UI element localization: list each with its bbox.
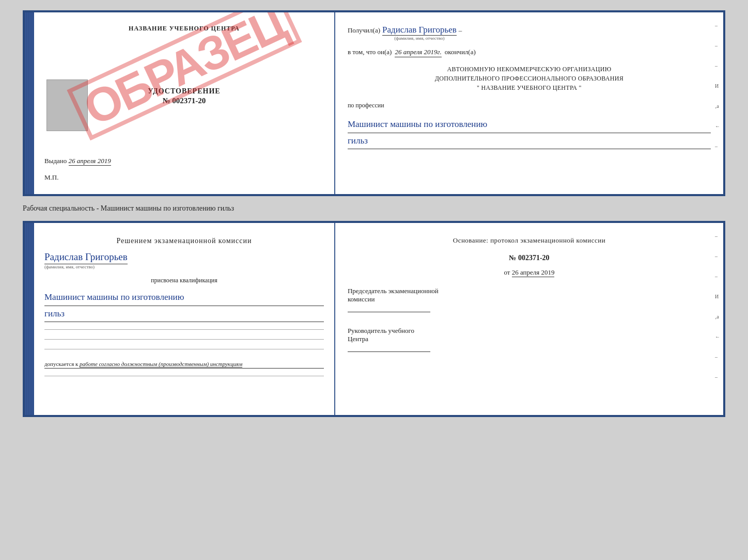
resheniyem-title: Решением экзаменационной комиссии bbox=[44, 235, 324, 246]
dopuskaetsya-text: работе согласно должностным (производств… bbox=[80, 361, 242, 367]
predsedatel-line2: комиссии bbox=[348, 295, 711, 303]
vtom-date: 26 апреля 2019г. bbox=[395, 48, 441, 57]
specialty-label: Рабочая специальность - Машинист машины … bbox=[23, 201, 725, 216]
ot-date-line: от 26 апреля 2019 bbox=[348, 268, 711, 277]
ot-prefix: от bbox=[504, 268, 510, 276]
poluchil-prefix: Получил(а) bbox=[348, 26, 380, 35]
vtom-line: в том, что он(а) 26 апреля 2019г. окончи… bbox=[348, 48, 711, 57]
hline3 bbox=[44, 349, 324, 349]
mp-label: М.П. bbox=[44, 173, 324, 182]
center-line3: " НАЗВАНИЕ УЧЕБНОГО ЦЕНТРА " bbox=[348, 83, 711, 92]
profession-line1: Машинист машины по изготовлению bbox=[348, 117, 711, 133]
hline1 bbox=[44, 329, 324, 330]
qual-right-side-marks: – – – И ‚а ← – – bbox=[715, 233, 720, 380]
rukovoditel-block: Руководитель учебного Центра bbox=[348, 327, 711, 354]
cert-right-panel: Получил(а) Радислав Григорьев (фамилия, … bbox=[335, 12, 723, 194]
qual-value1: Машинист машины по изготовлению bbox=[44, 290, 324, 306]
photo-placeholder bbox=[46, 79, 88, 131]
rukovoditel-line1: Руководитель учебного bbox=[348, 327, 711, 335]
rukovoditel-sign-line bbox=[348, 351, 430, 352]
poluchil-line: Получил(а) Радислав Григорьев (фамилия, … bbox=[348, 25, 711, 41]
profession-label: по профессии bbox=[348, 102, 711, 109]
qual-recipient-name: Радислав Григорьев bbox=[44, 251, 128, 264]
qualification-document: Решением экзаменационной комиссии Радисл… bbox=[23, 221, 725, 417]
hline2 bbox=[44, 339, 324, 340]
cert-spine bbox=[25, 12, 34, 194]
qual-spine bbox=[25, 223, 34, 415]
qual-value2: гильз bbox=[44, 306, 324, 323]
protocol-number: № 002371-20 bbox=[348, 254, 711, 262]
qual-qualification-block: Машинист машины по изготовлению гильз bbox=[44, 290, 324, 322]
document-container: НАЗВАНИЕ УЧЕБНОГО ЦЕНТРА ОБРАЗЕЦ УДОСТОВ… bbox=[23, 10, 725, 417]
ot-date: 26 апреля 2019 bbox=[512, 268, 555, 277]
rukovoditel-line2: Центра bbox=[348, 335, 711, 343]
recipient-name: Радислав Григорьев bbox=[382, 25, 457, 36]
cert-left-panel: НАЗВАНИЕ УЧЕБНОГО ЦЕНТРА ОБРАЗЕЦ УДОСТОВ… bbox=[34, 12, 335, 194]
predsedatel-sign-line bbox=[348, 312, 430, 312]
certificate-document: НАЗВАНИЕ УЧЕБНОГО ЦЕНТРА ОБРАЗЕЦ УДОСТОВ… bbox=[23, 10, 725, 196]
vtom-prefix: в том, что он(а) bbox=[348, 48, 392, 56]
dopuskaetsya-prefix: допускается к bbox=[44, 361, 78, 367]
center-line1: АВТОНОМНУЮ НЕКОММЕРЧЕСКУЮ ОРГАНИЗАЦИЮ bbox=[348, 65, 711, 74]
qual-right-panel: Основание: протокол экзаменационной коми… bbox=[335, 223, 723, 415]
cert-title: НАЗВАНИЕ УЧЕБНОГО ЦЕНТРА bbox=[44, 25, 324, 33]
dopuskaetsya-block: допускается к работе согласно должностны… bbox=[44, 361, 324, 369]
profession-line2: гильз bbox=[348, 133, 711, 150]
profession-value: Машинист машины по изготовлению гильз bbox=[348, 117, 711, 149]
osnovaniye-title: Основание: протокол экзаменационной коми… bbox=[348, 235, 711, 246]
dash-separator: – bbox=[459, 26, 462, 35]
obr-stamp: ОБРАЗЕЦ bbox=[50, 38, 319, 94]
center-line2: ДОПОЛНИТЕЛЬНОГО ПРОФЕССИОНАЛЬНОГО ОБРАЗО… bbox=[348, 74, 711, 83]
qual-name-block: Радислав Григорьев (фамилия, имя, отчест… bbox=[44, 251, 324, 269]
predsedatel-line1: Председатель экзаменационной bbox=[348, 287, 711, 295]
qual-name-sublabel: (фамилия, имя, отчество) bbox=[44, 264, 95, 269]
hline4 bbox=[44, 376, 324, 376]
qual-left-panel: Решением экзаменационной комиссии Радисл… bbox=[34, 223, 335, 415]
vydano-date: 26 апреля 2019 bbox=[69, 157, 111, 166]
predsedatel-block: Председатель экзаменационной комиссии bbox=[348, 287, 711, 314]
center-block: АВТОНОМНУЮ НЕКОММЕРЧЕСКУЮ ОРГАНИЗАЦИЮ ДО… bbox=[348, 65, 711, 92]
right-side-marks: – – – И ‚а ← – bbox=[715, 23, 720, 149]
prisvoena-text: присвоена квалификация bbox=[44, 277, 324, 284]
name-sublabel: (фамилия, имя, отчество) bbox=[394, 36, 444, 41]
vydano-line: Выдано 26 апреля 2019 bbox=[44, 157, 324, 165]
vydano-prefix: Выдано bbox=[44, 157, 67, 165]
okoncil-suffix: окончил(а) bbox=[445, 48, 476, 56]
